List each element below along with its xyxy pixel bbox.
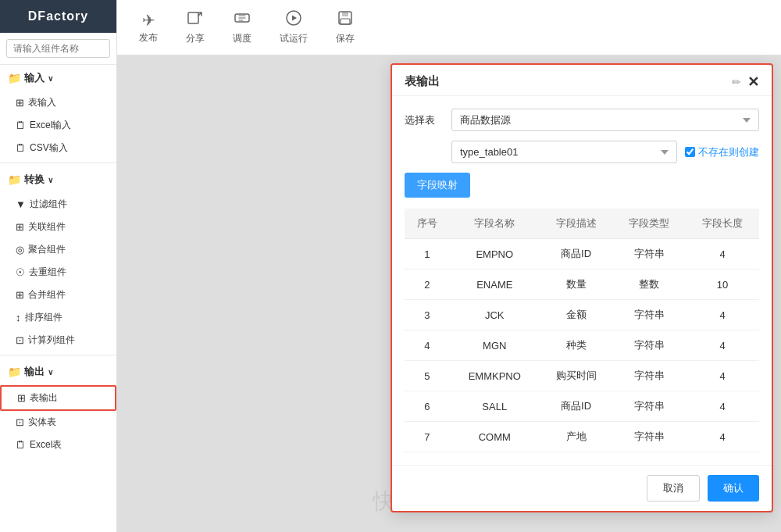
filter-icon: ▼: [16, 198, 26, 210]
cell-length: 4: [686, 239, 759, 270]
publish-button[interactable]: ✈ 发布: [133, 8, 164, 48]
toolbar: ✈ 发布 分享 调度: [117, 0, 781, 55]
save-label: 保存: [336, 32, 355, 45]
col-header-desc: 字段描述: [540, 209, 613, 239]
app-title: DFactory: [0, 0, 116, 33]
run-label: 试运行: [280, 32, 308, 45]
sidebar-item-join[interactable]: ⊞ 关联组件: [0, 216, 116, 238]
folder-icon-output: 📁: [8, 366, 21, 378]
sidebar-item-merge[interactable]: ⊞ 合并组件: [0, 284, 116, 306]
cell-name: ENAME: [450, 270, 540, 300]
share-button[interactable]: 分享: [180, 6, 211, 48]
sidebar-item-excel-input[interactable]: 🗒 Excel输入: [0, 114, 116, 137]
sidebar-item-label-entity: 实体表: [28, 416, 56, 429]
sidebar-section-input-header[interactable]: 📁 输入 ∨: [0, 65, 116, 91]
cell-name: COMM: [450, 422, 540, 452]
dedup-icon: ☉: [16, 266, 25, 278]
sidebar-item-label-excel-output: Excel表: [30, 438, 62, 452]
table-header-row: 序号 字段名称 字段描述 字段类型 字段长度: [405, 209, 759, 239]
sidebar-item-label-join: 关联组件: [28, 220, 66, 234]
save-icon: [337, 9, 354, 30]
checkbox-text: 不存在则创建: [698, 145, 759, 159]
table-row: 7 COMM 产地 字符串 4: [405, 422, 759, 452]
tune-button[interactable]: 调度: [226, 6, 258, 48]
cell-type: 字符串: [612, 300, 686, 330]
cell-desc: 购买时间: [540, 361, 613, 391]
sidebar-item-label-aggregate: 聚合组件: [28, 243, 66, 256]
sort-icon: ↕: [16, 312, 21, 323]
dialog-footer: 取消 确认: [392, 465, 772, 511]
sidebar-item-entity-table[interactable]: ⊡ 实体表: [0, 411, 116, 434]
cell-name: JCK: [450, 300, 540, 330]
cell-seq: 6: [405, 391, 450, 422]
search-input[interactable]: [6, 39, 110, 58]
run-button[interactable]: 试运行: [273, 6, 314, 48]
tune-icon: [234, 9, 251, 30]
close-button[interactable]: ✕: [747, 75, 759, 89]
dialog-title-bar: 表输出 ✏ ✕: [392, 65, 772, 96]
sidebar-item-dedup[interactable]: ☉ 去重组件: [0, 261, 116, 284]
sidebar-item-label-csv-input: CSV输入: [30, 141, 68, 155]
datasource-select[interactable]: 商品数据源: [451, 109, 759, 131]
sidebar-item-label-merge: 合并组件: [28, 288, 66, 302]
sidebar-item-label-calc: 计算列组件: [28, 334, 75, 347]
sidebar-section-output-header[interactable]: 📁 输出 ∨: [0, 359, 116, 385]
chevron-down-icon-output: ∨: [48, 368, 53, 377]
sidebar-section-transform-header[interactable]: 📁 转换 ∨: [0, 166, 116, 193]
sidebar-section-output: 📁 输出 ∨ ⊞ 表输出 ⊡ 实体表 🗒 Excel表: [0, 359, 116, 456]
table-name-select[interactable]: type_table01: [451, 141, 677, 163]
cell-length: 4: [686, 391, 759, 422]
cancel-button[interactable]: 取消: [647, 475, 700, 502]
table-row: 3 JCK 金额 字符串 4: [405, 300, 759, 330]
edit-icon[interactable]: ✏: [732, 76, 741, 88]
sidebar-item-table-input[interactable]: ⊞ 表输入: [0, 91, 116, 114]
cell-name: MGN: [450, 330, 540, 361]
sidebar: DFactory 📁 输入 ∨ ⊞ 表输入 🗒 Excel输入 🗒 CSV输入: [0, 0, 117, 532]
table-name-row: type_table01 不存在则创建: [405, 141, 759, 163]
field-mapping-button[interactable]: 字段映射: [405, 173, 470, 198]
sidebar-item-sort[interactable]: ↕ 排序组件: [0, 306, 116, 329]
aggregate-icon: ◎: [16, 244, 24, 255]
cell-desc: 种类: [540, 330, 613, 361]
sidebar-section-transform: 📁 转换 ∨ ▼ 过滤组件 ⊞ 关联组件 ◎ 聚合组件 ☉ 去重组件 ⊞: [0, 166, 116, 352]
cell-desc: 产地: [540, 422, 613, 452]
cell-type: 字符串: [612, 391, 686, 422]
sidebar-item-table-output[interactable]: ⊞ 表输出: [0, 385, 116, 411]
excel-icon: 🗒: [16, 120, 26, 131]
folder-icon-transform: 📁: [8, 173, 21, 186]
fields-table: 序号 字段名称 字段描述 字段类型 字段长度 1 EMPNO 商品ID 字符串: [405, 209, 759, 452]
publish-icon: ✈: [142, 11, 155, 30]
table-row: 5 EMMKPNO 购买时间 字符串 4: [405, 361, 759, 391]
sidebar-item-aggregate[interactable]: ◎ 聚合组件: [0, 238, 116, 261]
cell-length: 10: [686, 270, 759, 300]
sidebar-item-csv-input[interactable]: 🗒 CSV输入: [0, 137, 116, 159]
app-container: DFactory 📁 输入 ∨ ⊞ 表输入 🗒 Excel输入 🗒 CSV输入: [0, 0, 781, 532]
cell-length: 4: [686, 330, 759, 361]
checkbox-label[interactable]: 不存在则创建: [685, 145, 759, 159]
cell-desc: 金额: [540, 300, 613, 330]
cell-seq: 1: [405, 239, 450, 270]
sidebar-section-output-label: 输出: [24, 365, 45, 379]
col-header-type: 字段类型: [612, 209, 686, 239]
table-row: 2 ENAME 数量 整数 10: [405, 270, 759, 300]
sidebar-item-calc[interactable]: ⊡ 计算列组件: [0, 329, 116, 352]
cell-type: 字符串: [612, 239, 686, 270]
sidebar-section-transform-label: 转换: [24, 173, 45, 187]
cell-type: 整数: [612, 270, 686, 300]
svg-rect-5: [341, 19, 350, 24]
not-exist-create-checkbox[interactable]: [685, 147, 695, 157]
main-content: ✈ 发布 分享 调度: [117, 0, 781, 532]
sidebar-item-excel-output[interactable]: 🗒 Excel表: [0, 434, 116, 456]
save-button[interactable]: 保存: [330, 6, 361, 48]
sidebar-item-filter[interactable]: ▼ 过滤组件: [0, 193, 116, 216]
confirm-button[interactable]: 确认: [708, 475, 759, 502]
share-icon: [187, 9, 204, 30]
excel-output-icon: 🗒: [16, 439, 26, 451]
cell-type: 字符串: [612, 361, 686, 391]
cell-length: 4: [686, 300, 759, 330]
divider-2: [0, 355, 116, 355]
chevron-down-icon-transform: ∨: [48, 176, 53, 184]
calc-icon: ⊡: [16, 334, 24, 346]
cell-name: EMPNO: [450, 239, 540, 270]
select-table-label: 选择表: [405, 113, 451, 127]
